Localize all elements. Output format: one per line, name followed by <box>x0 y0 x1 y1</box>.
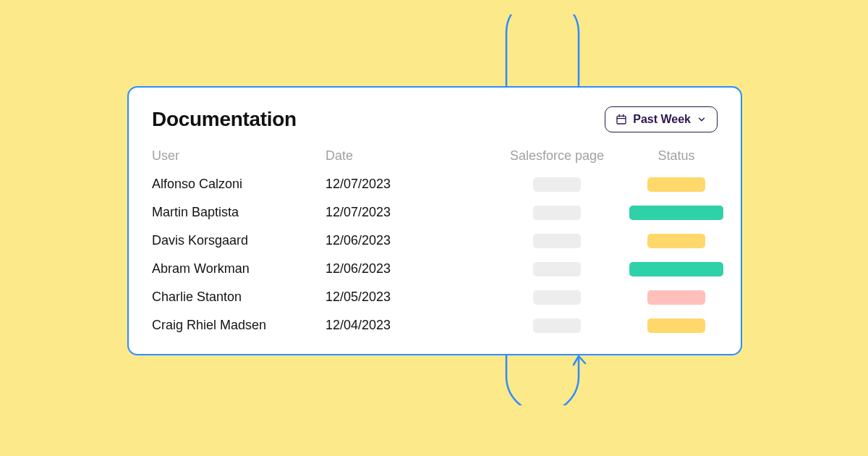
status-badge <box>647 177 705 192</box>
salesforce-cell <box>485 318 629 333</box>
status-cell <box>629 262 723 276</box>
salesforce-cell <box>485 262 629 276</box>
date-cell: 12/06/2023 <box>326 233 485 248</box>
date-cell: 12/07/2023 <box>326 205 485 220</box>
date-filter-button[interactable]: Past Week <box>605 106 718 132</box>
chevron-down-icon <box>697 114 707 124</box>
status-badge <box>647 318 705 333</box>
salesforce-cell <box>485 234 629 248</box>
calendar-icon <box>616 114 627 125</box>
col-header-salesforce: Salesforce page <box>485 148 629 164</box>
col-header-status: Status <box>629 148 723 164</box>
card-header: Documentation Past Week <box>152 106 718 132</box>
status-cell <box>629 206 723 220</box>
status-badge <box>647 290 705 305</box>
salesforce-page-pill[interactable] <box>533 206 581 220</box>
col-header-user: User <box>152 148 326 164</box>
salesforce-page-pill[interactable] <box>533 234 581 248</box>
status-cell <box>629 318 723 333</box>
status-badge <box>629 262 723 276</box>
svg-rect-0 <box>617 116 626 124</box>
user-cell: Martin Baptista <box>152 205 326 220</box>
date-cell: 12/05/2023 <box>326 290 485 305</box>
user-cell: Alfonso Calzoni <box>152 177 326 192</box>
status-cell <box>629 290 723 305</box>
date-cell: 12/04/2023 <box>326 318 485 333</box>
salesforce-page-pill[interactable] <box>533 262 581 276</box>
salesforce-cell <box>485 290 629 305</box>
user-cell: Charlie Stanton <box>152 290 326 305</box>
date-cell: 12/06/2023 <box>326 261 485 276</box>
date-filter-label: Past Week <box>633 113 691 126</box>
documentation-table: User Date Salesforce page Status Alfonso… <box>152 148 718 333</box>
documentation-card: Documentation Past Week User Date Salesf… <box>127 86 742 355</box>
status-badge <box>647 234 705 248</box>
user-cell: Davis Korsgaard <box>152 233 326 248</box>
status-badge <box>629 206 723 220</box>
status-cell <box>629 234 723 248</box>
salesforce-cell <box>485 177 629 192</box>
salesforce-cell <box>485 206 629 220</box>
col-header-date: Date <box>326 148 485 164</box>
salesforce-page-pill[interactable] <box>533 318 581 333</box>
user-cell: Craig Rhiel Madsen <box>152 318 326 333</box>
page-title: Documentation <box>152 108 297 131</box>
status-cell <box>629 177 723 192</box>
date-cell: 12/07/2023 <box>326 177 485 192</box>
user-cell: Abram Workman <box>152 261 326 276</box>
salesforce-page-pill[interactable] <box>533 177 581 192</box>
salesforce-page-pill[interactable] <box>533 290 581 305</box>
